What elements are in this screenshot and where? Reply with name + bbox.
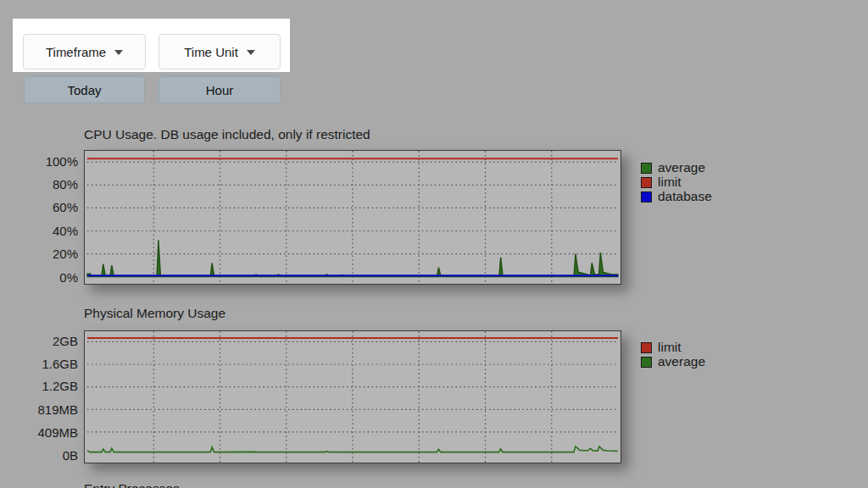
legend-item-average: average (641, 162, 712, 174)
memory-chart-plot (84, 330, 621, 463)
legend-label: limit (658, 341, 682, 353)
legend-label: average (658, 162, 705, 174)
y-axis-tick: 20% (17, 246, 78, 263)
legend-swatch-average (641, 357, 652, 368)
cpu-chart-legend: averagelimitdatabase (641, 162, 712, 205)
timeframe-value-label: Today (67, 83, 101, 97)
legend-label: database (658, 191, 712, 202)
y-axis-tick: 819MB (17, 402, 78, 419)
caret-down-icon (114, 50, 123, 55)
legend-item-limit: limit (641, 341, 705, 353)
y-axis-tick: 40% (17, 223, 78, 240)
y-axis-tick: 80% (17, 176, 78, 193)
legend-item-limit: limit (641, 176, 712, 188)
time-unit-value-button[interactable]: Hour (159, 76, 281, 103)
y-axis-tick: 0% (17, 269, 78, 286)
legend-label: average (658, 356, 705, 368)
legend-item-database: database (641, 191, 712, 202)
cpu-chart-plot (84, 150, 621, 285)
y-axis-tick: 60% (17, 199, 78, 216)
y-axis-tick: 409MB (17, 424, 78, 441)
cpu-chart-title: CPU Usage. DB usage included, only if re… (84, 127, 370, 142)
timeframe-dropdown[interactable]: Timeframe (23, 34, 146, 69)
time-unit-dropdown-label: Time Unit (184, 45, 238, 59)
memory-chart-legend: limitaverage (641, 341, 705, 370)
entry-processes-chart-title: Entry Processes (84, 481, 180, 488)
time-unit-value-label: Hour (206, 83, 234, 97)
time-unit-dropdown[interactable]: Time Unit (159, 34, 281, 69)
y-axis-tick: 1.2GB (17, 378, 78, 395)
caret-down-icon (247, 50, 255, 55)
y-axis-tick: 2GB (17, 333, 78, 350)
y-axis-tick: 1.6GB (17, 356, 78, 373)
y-axis-tick: 0B (17, 447, 78, 464)
legend-swatch-database (641, 191, 652, 202)
y-axis-tick: 100% (17, 153, 78, 170)
memory-chart-title: Physical Memory Usage (84, 306, 225, 321)
legend-swatch-limit (641, 342, 652, 353)
legend-item-average: average (641, 356, 705, 368)
timeframe-dropdown-label: Timeframe (46, 45, 106, 59)
timeframe-value-button[interactable]: Today (24, 76, 145, 103)
legend-swatch-average (641, 163, 652, 174)
resource-usage-page: { "toolbar": { "timeframe_label": "Timef… (0, 0, 868, 488)
legend-swatch-limit (641, 177, 652, 188)
legend-label: limit (658, 176, 682, 188)
